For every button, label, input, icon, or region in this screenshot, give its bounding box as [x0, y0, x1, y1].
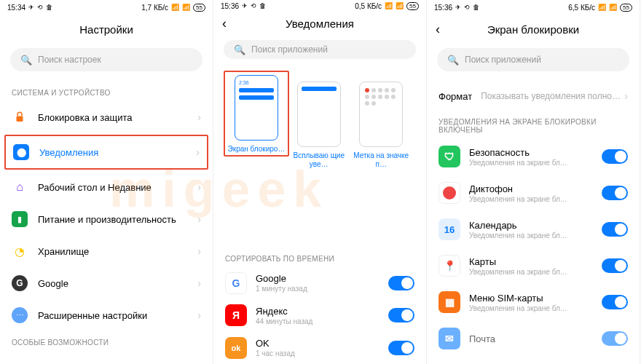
- toggle-switch[interactable]: [602, 186, 628, 200]
- status-speed: 1,7 КБ/с: [141, 4, 168, 12]
- trash-icon: 🗑: [46, 4, 52, 11]
- wifi-icon: 📶: [396, 2, 404, 9]
- app-subtitle: Уведомления на экране бл…: [469, 195, 602, 203]
- wifi-icon: 📶: [182, 4, 190, 11]
- format-value: Показывать уведомления полностью: [481, 91, 624, 101]
- header: Настройки: [0, 15, 213, 44]
- google-icon: G: [225, 272, 247, 294]
- sort-label[interactable]: СОРТИРОВАТЬ ПО ВРЕМЕНИ: [213, 248, 426, 267]
- search-placeholder: Поиск настроек: [38, 55, 101, 65]
- app-name: OK: [256, 338, 388, 349]
- sync-icon: ⟲: [464, 4, 470, 11]
- app-subtitle: 1 минуту назад: [256, 285, 388, 293]
- settings-row-notifications[interactable]: ⬤ Уведомления ›: [6, 136, 207, 168]
- tile-lock-screen[interactable]: 2:36 Экран блокиро…: [227, 75, 286, 154]
- battery-icon: 55: [406, 2, 419, 10]
- section-label: СИСТЕМА И УСТРОЙСТВО: [0, 82, 213, 101]
- app-name: Google: [256, 273, 388, 284]
- settings-row-home[interactable]: ⌂ Рабочий стол и Недавние ›: [0, 171, 213, 203]
- app-subtitle: Уведомления на экране бл…: [469, 268, 602, 276]
- sync-icon: ⟲: [251, 2, 256, 9]
- back-button[interactable]: ‹: [222, 16, 227, 31]
- status-bar: 15:36 ✈ ⟲ 🗑 0,5 КБ/с 📶 📶 55: [213, 0, 426, 12]
- search-input[interactable]: 🔍 Поиск настроек: [10, 48, 202, 71]
- trash-icon: 🗑: [473, 4, 479, 11]
- chevron-right-icon: ›: [197, 309, 201, 321]
- search-input[interactable]: 🔍 Поиск приложений: [224, 40, 416, 59]
- format-label: Формат: [439, 91, 472, 102]
- screen-lockscreen: 15:36 ✈ ⟲ 🗑 6,5 КБ/с 📶 📶 55 ‹ Экран блок…: [427, 0, 640, 364]
- chevron-right-icon: ›: [624, 90, 628, 102]
- page-title: Экран блокировки: [487, 23, 579, 36]
- app-row-google[interactable]: G Google 1 минуту назад: [213, 267, 426, 299]
- app-row-sim[interactable]: ▦ Меню SIM-карты Уведомления на экране б…: [427, 284, 640, 320]
- settings-row-power[interactable]: ▮ Питание и производительность ›: [0, 203, 213, 235]
- sim-icon: ▦: [439, 291, 460, 313]
- chevron-right-icon: ›: [197, 245, 201, 257]
- search-input[interactable]: 🔍 Поиск приложений: [437, 48, 629, 71]
- app-subtitle: Уведомления на экране бл…: [469, 232, 602, 240]
- row-label: Расширенные настройки: [38, 310, 197, 321]
- settings-row-google[interactable]: G Google ›: [0, 267, 213, 299]
- svg-rect-0: [17, 116, 23, 122]
- chevron-right-icon: ›: [197, 111, 201, 123]
- tile-popup[interactable]: Всплываю щие уве…: [291, 82, 347, 169]
- app-row-ok[interactable]: ok OK 1 час назад: [213, 332, 426, 364]
- toggle-switch[interactable]: [388, 276, 414, 290]
- home-icon: ⌂: [12, 179, 28, 195]
- yandex-icon: Я: [225, 304, 247, 326]
- signal-icon: 📶: [171, 4, 179, 11]
- search-icon: 🔍: [20, 55, 32, 66]
- tile-label: Всплываю щие уве…: [291, 151, 347, 169]
- settings-row-lock[interactable]: Блокировка и защита ›: [0, 101, 213, 133]
- chevron-right-icon: ›: [197, 181, 201, 193]
- header: ‹ Экран блокировки: [427, 15, 640, 44]
- plane-icon: ✈: [455, 4, 461, 11]
- plane-icon: ✈: [242, 2, 248, 9]
- row-label: Питание и производительность: [38, 214, 197, 225]
- google-icon: G: [12, 275, 28, 291]
- toggle-switch[interactable]: [602, 295, 628, 309]
- tile-clock: 2:36: [239, 80, 274, 85]
- toggle-switch[interactable]: [602, 331, 628, 346]
- app-subtitle: 44 минуты назад: [256, 317, 388, 325]
- toggle-switch[interactable]: [602, 258, 628, 273]
- format-row[interactable]: Формат Показывать уведомления полностью …: [427, 82, 640, 111]
- row-label: Уведомления: [39, 147, 196, 158]
- settings-row-storage[interactable]: ◔ Хранилище ›: [0, 235, 213, 267]
- trash-icon: 🗑: [259, 2, 266, 9]
- tile-label: Метка на значке п…: [353, 151, 410, 169]
- app-row-security[interactable]: 🛡 Безопасность Уведомления на экране бл…: [427, 138, 640, 175]
- toggle-switch[interactable]: [602, 222, 628, 237]
- app-row-mail[interactable]: ✉ Почта: [427, 320, 640, 357]
- toggle-switch[interactable]: [388, 341, 414, 355]
- wifi-icon: 📶: [609, 4, 617, 11]
- row-label: Рабочий стол и Недавние: [38, 182, 197, 193]
- page-title: Настройки: [79, 23, 133, 36]
- page-title: Уведомления: [286, 17, 354, 30]
- app-name: Яндекс: [256, 306, 388, 317]
- app-name: Почта: [469, 333, 602, 344]
- chevron-right-icon: ›: [196, 146, 200, 158]
- app-row-recorder[interactable]: Диктофон Уведомления на экране бл…: [427, 175, 640, 211]
- settings-row-advanced[interactable]: ⋯ Расширенные настройки ›: [0, 299, 213, 331]
- sync-icon: ⟲: [37, 4, 43, 11]
- status-time: 15:36: [221, 2, 239, 10]
- maps-icon: 📍: [439, 255, 460, 277]
- search-placeholder: Поиск приложений: [251, 44, 328, 55]
- app-row-maps[interactable]: 📍 Карты Уведомления на экране бл…: [427, 248, 640, 284]
- pie-icon: ◔: [12, 243, 28, 259]
- status-time: 15:34: [7, 4, 25, 12]
- screen-notifications: 15:36 ✈ ⟲ 🗑 0,5 КБ/с 📶 📶 55 ‹ Уведомлени…: [213, 0, 427, 364]
- search-icon: 🔍: [447, 55, 459, 66]
- chevron-right-icon: ›: [197, 277, 201, 289]
- app-row-yandex[interactable]: Я Яндекс 44 минуты назад: [213, 299, 426, 331]
- tile-badge[interactable]: Метка на значке п…: [353, 82, 410, 169]
- app-row-calendar[interactable]: 16 Календарь Уведомления на экране бл…: [427, 211, 640, 248]
- toggle-switch[interactable]: [388, 308, 414, 323]
- back-button[interactable]: ‹: [436, 22, 440, 37]
- status-bar: 15:36 ✈ ⟲ 🗑 6,5 КБ/с 📶 📶 55: [427, 0, 640, 15]
- status-speed: 6,5 КБ/с: [568, 4, 595, 12]
- app-name: Диктофон: [469, 183, 602, 194]
- toggle-switch[interactable]: [602, 149, 628, 164]
